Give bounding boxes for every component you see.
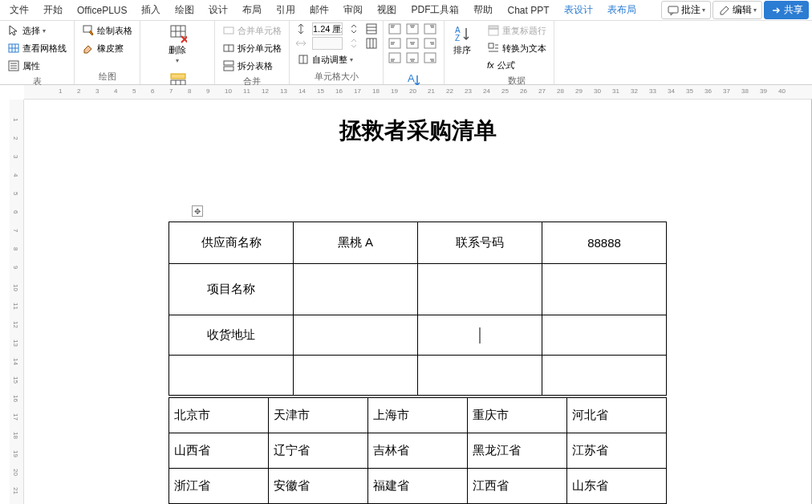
share-button[interactable]: 共享: [764, 1, 809, 19]
table-cell[interactable]: 江苏省: [567, 433, 667, 469]
table-cell-active[interactable]: [418, 315, 542, 356]
table-cell[interactable]: [418, 356, 542, 396]
menu-layout[interactable]: 布局: [236, 1, 268, 19]
table-cell[interactable]: [294, 264, 418, 315]
distribute-rows-icon[interactable]: [365, 22, 378, 35]
delete-button[interactable]: 删除 ▾: [145, 22, 209, 66]
ruler-vertical[interactable]: 1234567891011121314151617181920212223242…: [10, 100, 24, 504]
form-table-2[interactable]: 北京市 天津市 上海市 重庆市 河北省 山西省 辽宁省 吉林省 黑龙江省 江苏省…: [168, 397, 667, 504]
table-cell[interactable]: 江西省: [468, 469, 567, 504]
menu-mail[interactable]: 邮件: [303, 1, 335, 19]
document-title[interactable]: 拯救者采购清单: [105, 116, 731, 146]
table-row[interactable]: 山西省 辽宁省 吉林省 黑龙江省 江苏省: [169, 433, 667, 469]
table-cell[interactable]: [418, 264, 542, 315]
table-cell[interactable]: [542, 315, 667, 356]
table-cell[interactable]: 山东省: [567, 469, 667, 504]
table-row[interactable]: 收货地址: [169, 315, 667, 356]
table-cell[interactable]: 重庆市: [468, 398, 567, 433]
select-button[interactable]: 选择 ▾: [5, 22, 69, 39]
align-tl-icon[interactable]: [388, 22, 401, 35]
table-cell[interactable]: 福建省: [368, 469, 468, 504]
table-cell[interactable]: 浙江省: [169, 469, 269, 504]
table-row[interactable]: 供应商名称 黑桃 A 联系号码 88888: [169, 222, 667, 264]
draw-table-button[interactable]: 绘制表格: [79, 22, 135, 39]
sort-button[interactable]: AZ 排序: [449, 22, 475, 58]
formula-button[interactable]: fx 公式: [485, 58, 549, 73]
table-cell[interactable]: 天津市: [269, 398, 368, 433]
edit-button[interactable]: 编辑 ▾: [713, 1, 762, 19]
table-row[interactable]: 项目名称: [169, 264, 667, 315]
table-cell[interactable]: 88888: [542, 222, 667, 264]
merge-cells-button[interactable]: 合并单元格: [220, 22, 284, 39]
table-row[interactable]: 浙江省 安徽省 福建省 江西省 山东省: [169, 469, 667, 504]
align-br-icon[interactable]: [424, 51, 436, 64]
properties-button[interactable]: 属性: [5, 58, 69, 74]
menu-table-design[interactable]: 表设计: [558, 1, 599, 19]
table-cell[interactable]: 吉林省: [368, 433, 468, 469]
row-height-input[interactable]: [312, 22, 343, 35]
menu-file[interactable]: 文件: [3, 1, 35, 19]
ribbon-group-cell-size: 自动调整 ▾ 单元格大小: [290, 21, 384, 84]
table-cell[interactable]: [294, 315, 418, 356]
ruler-horizontal[interactable]: // ticks added after 1234567891011121314…: [24, 85, 812, 100]
menu-bar: 文件 开始 OfficePLUS 插入 绘图 设计 布局 引用 邮件 审阅 视图…: [0, 0, 812, 21]
menu-home[interactable]: 开始: [37, 1, 69, 19]
menu-draw[interactable]: 绘图: [168, 1, 201, 19]
menu-review[interactable]: 审阅: [337, 1, 369, 19]
eraser-button[interactable]: 橡皮擦: [79, 40, 135, 56]
table-cell[interactable]: [542, 264, 667, 315]
table-move-handle[interactable]: ✥: [192, 205, 203, 217]
table-cell[interactable]: 河北省: [567, 398, 667, 433]
table-cell[interactable]: 山西省: [169, 433, 269, 469]
table-cell[interactable]: 北京市: [169, 398, 269, 433]
table-cell[interactable]: 收货地址: [169, 315, 294, 356]
table-cell[interactable]: 联系号码: [418, 222, 542, 264]
table-row[interactable]: [169, 356, 667, 396]
col-width-input[interactable]: [312, 37, 343, 50]
align-mc-icon[interactable]: [406, 37, 419, 50]
table-cell[interactable]: 上海市: [368, 398, 468, 433]
table-cell[interactable]: 辽宁省: [269, 433, 368, 469]
table-cell[interactable]: 黑龙江省: [468, 433, 567, 469]
autofit-button[interactable]: 自动调整 ▾: [294, 51, 378, 67]
align-tr-icon[interactable]: [424, 22, 436, 35]
comment-icon: [667, 4, 680, 17]
menu-help[interactable]: 帮助: [467, 1, 499, 19]
repeat-header-label: 重复标题行: [502, 25, 546, 37]
convert-to-text-button[interactable]: 转换为文本: [485, 40, 549, 56]
stepper-icon[interactable]: [347, 22, 360, 35]
distribute-cols-icon[interactable]: [365, 37, 378, 50]
table-cell[interactable]: [294, 356, 418, 396]
menu-pdf-tools[interactable]: PDF工具箱: [404, 1, 465, 19]
table-cell[interactable]: 供应商名称: [169, 222, 294, 264]
repeat-header-button[interactable]: 重复标题行: [485, 22, 549, 39]
split-cells-button[interactable]: 拆分单元格: [220, 40, 284, 56]
table-cell[interactable]: [169, 356, 294, 396]
split-table-button[interactable]: 拆分表格: [220, 58, 284, 74]
form-table-1[interactable]: 供应商名称 黑桃 A 联系号码 88888 项目名称 收货地址: [168, 222, 667, 396]
table-row[interactable]: 北京市 天津市 上海市 重庆市 河北省: [169, 398, 667, 433]
menu-design[interactable]: 设计: [202, 1, 234, 19]
table-cell[interactable]: 黑桃 A: [294, 222, 418, 264]
document-area[interactable]: 拯救者采购清单 ✥ 供应商名称 黑桃 A 联系号码 88888 项目名称 收货地…: [24, 100, 812, 504]
view-gridlines-button[interactable]: 查看网格线: [5, 40, 69, 56]
ribbon-group-draw: 绘制表格 橡皮擦 绘图: [75, 21, 140, 84]
menu-insert[interactable]: 插入: [135, 1, 167, 19]
align-bl-icon[interactable]: [388, 51, 401, 64]
sort-label: 排序: [453, 44, 471, 56]
menu-view[interactable]: 视图: [371, 1, 403, 19]
table-cell[interactable]: 项目名称: [169, 264, 294, 315]
align-tc-icon[interactable]: [406, 22, 419, 35]
svg-rect-30: [224, 61, 233, 65]
menu-chat-ppt[interactable]: Chat PPT: [501, 2, 555, 18]
table-cell[interactable]: 安徽省: [269, 469, 368, 504]
menu-references[interactable]: 引用: [270, 1, 302, 19]
menu-officeplus[interactable]: OfficePLUS: [71, 2, 133, 18]
table-cell[interactable]: [542, 356, 667, 396]
comments-button[interactable]: 批注 ▾: [661, 1, 711, 19]
align-ml-icon[interactable]: [388, 37, 401, 50]
stepper-icon[interactable]: [347, 37, 360, 50]
menu-table-layout[interactable]: 表布局: [601, 1, 643, 19]
align-bc-icon[interactable]: [406, 51, 419, 64]
align-mr-icon[interactable]: [424, 37, 436, 50]
